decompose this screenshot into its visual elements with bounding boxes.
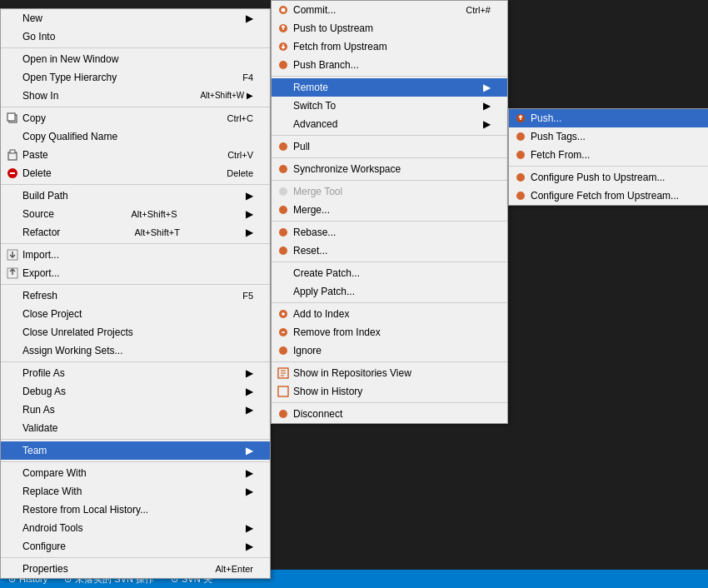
arrow-icon: ▶ <box>237 540 253 553</box>
team-menu-item-remove-index[interactable]: Remove from Index <box>272 323 507 341</box>
copy-qualified-icon <box>6 130 19 143</box>
push-branch-icon <box>277 58 290 72</box>
arrow-icon: ▶ <box>237 226 253 239</box>
menu-item-open-new-window[interactable]: Open in New Window <box>1 50 270 68</box>
team-menu-item-show-repos-view[interactable]: Show in Repositories View <box>272 364 507 382</box>
arrow-icon: ▶ <box>237 366 253 380</box>
team-menu-item-apply-patch[interactable]: Apply Patch... <box>272 282 507 301</box>
import-icon <box>6 248 19 262</box>
team-menu-item-push-branch[interactable]: Push Branch... <box>272 56 507 74</box>
team-menu-item-commit[interactable]: Commit... Ctrl+# <box>272 1 507 19</box>
svg-rect-1 <box>7 113 15 121</box>
menu-item-copy[interactable]: Copy Ctrl+C <box>1 109 270 127</box>
advanced-icon <box>277 117 290 131</box>
menu-item-validate[interactable]: Validate <box>1 419 270 437</box>
open-type-hierarchy-icon <box>6 71 19 84</box>
team-menu-item-rebase[interactable]: Rebase... <box>272 223 507 242</box>
disconnect-icon <box>277 407 290 421</box>
team-sep-6 <box>272 262 507 262</box>
merge-icon <box>277 203 290 217</box>
commit-icon <box>277 3 290 17</box>
team-menu-item-pull[interactable]: Pull <box>272 137 507 156</box>
separator-3 <box>1 184 270 185</box>
team-menu-item-sync[interactable]: Synchronize Workspace <box>272 160 507 178</box>
team-sep-3 <box>272 157 507 158</box>
remote-submenu: Push... Push Tags... Fetch From... Confi… <box>508 108 708 206</box>
menu-item-import[interactable]: Import... <box>1 246 270 264</box>
separator-7 <box>1 439 270 440</box>
svg-point-20 <box>279 206 287 214</box>
team-menu-item-merge[interactable]: Merge... <box>272 201 507 219</box>
menu-item-refactor[interactable]: Refactor Alt+Shift+T ▶ <box>1 223 270 242</box>
merge-tool-icon <box>277 185 290 198</box>
menu-item-show-in[interactable]: Show In Alt+Shift+W ▶ <box>1 87 270 105</box>
menu-item-team[interactable]: Team ▶ <box>1 441 270 460</box>
menu-item-delete[interactable]: Delete Delete <box>1 164 270 182</box>
menu-item-replace-with[interactable]: Replace With ▶ <box>1 482 270 501</box>
menu-item-assign-working-sets[interactable]: Assign Working Sets... <box>1 341 270 360</box>
menu-item-refresh[interactable]: Refresh F5 <box>1 287 270 305</box>
remote-menu-item-configure-push[interactable]: Configure Push to Upstream... <box>509 168 708 187</box>
team-menu-item-create-patch[interactable]: Create Patch... <box>272 264 507 282</box>
team-menu-item-remote[interactable]: Remote ▶ <box>272 78 507 97</box>
fetch-upstream-icon <box>277 40 290 53</box>
separator-6 <box>1 361 270 362</box>
add-index-icon <box>277 307 290 321</box>
configure-push-icon <box>514 171 527 184</box>
menu-item-restore-history[interactable]: Restore from Local History... <box>1 501 270 519</box>
apply-patch-icon <box>277 285 290 298</box>
team-menu-item-reset[interactable]: Reset... <box>272 242 507 260</box>
svg-point-19 <box>279 187 287 196</box>
menu-item-run-as[interactable]: Run As ▶ <box>1 401 270 419</box>
remote-menu-item-fetch-from[interactable]: Fetch From... <box>509 146 708 164</box>
menu-item-open-type-hierarchy[interactable]: Open Type Hierarchy F4 <box>1 68 270 87</box>
menu-item-profile-as[interactable]: Profile As ▶ <box>1 364 270 382</box>
rebase-icon <box>277 226 290 239</box>
menu-item-source[interactable]: Source Alt+Shift+S ▶ <box>1 205 270 223</box>
team-menu-item-switch-to[interactable]: Switch To ▶ <box>272 97 507 115</box>
menu-item-paste[interactable]: Paste Ctrl+V <box>1 146 270 164</box>
team-menu-item-push-upstream[interactable]: Push to Upstream <box>272 19 507 37</box>
menu-item-new[interactable]: New ▶ <box>1 9 270 27</box>
team-menu-item-fetch-upstream[interactable]: Fetch from Upstream <box>272 37 507 56</box>
show-repos-view-icon <box>277 366 290 380</box>
delete-icon <box>6 167 19 180</box>
arrow-icon: ▶ <box>475 117 491 131</box>
svg-point-16 <box>279 61 287 69</box>
team-menu-item-ignore[interactable]: Ignore <box>272 341 507 360</box>
remote-menu-item-push-tags[interactable]: Push Tags... <box>509 127 708 146</box>
assign-working-sets-icon <box>6 344 19 357</box>
team-menu-item-add-index[interactable]: Add to Index <box>272 305 507 323</box>
team-menu-item-merge-tool: Merge Tool <box>272 182 507 201</box>
arrow-icon: ▶ <box>237 466 253 480</box>
menu-item-go-into[interactable]: Go Into <box>1 27 270 46</box>
separator-8 <box>1 461 270 462</box>
menu-item-debug-as[interactable]: Debug As ▶ <box>1 382 270 401</box>
remote-menu-item-configure-fetch[interactable]: Configure Fetch from Upstream... <box>509 187 708 205</box>
menu-item-copy-qualified[interactable]: Copy Qualified Name <box>1 127 270 146</box>
team-sep-4 <box>272 180 507 181</box>
configure-fetch-icon <box>514 189 527 202</box>
team-menu-item-show-history[interactable]: Show in History <box>272 382 507 401</box>
menu-item-build-path[interactable]: Build Path ▶ <box>1 187 270 205</box>
team-menu-item-disconnect[interactable]: Disconnect <box>272 405 507 423</box>
menu-item-close-project[interactable]: Close Project <box>1 305 270 323</box>
arrow-icon: ▶ <box>237 12 253 25</box>
remote-menu-item-push[interactable]: Push... <box>509 109 708 127</box>
primary-context-menu: New ▶ Go Into Open in New Window Open Ty… <box>0 8 271 579</box>
team-sep-9 <box>272 402 507 403</box>
refresh-icon <box>6 289 19 302</box>
menu-item-android-tools[interactable]: Android Tools ▶ <box>1 519 270 537</box>
show-in-icon <box>6 89 19 102</box>
menu-item-properties[interactable]: Properties Alt+Enter <box>1 560 270 578</box>
profile-as-icon <box>6 366 19 380</box>
svg-point-28 <box>279 346 287 355</box>
android-tools-icon <box>6 521 19 535</box>
menu-item-configure[interactable]: Configure ▶ <box>1 537 270 556</box>
menu-item-compare-with[interactable]: Compare With ▶ <box>1 464 270 482</box>
team-menu-item-advanced[interactable]: Advanced ▶ <box>272 115 507 133</box>
svg-point-40 <box>516 192 525 200</box>
menu-item-close-unrelated[interactable]: Close Unrelated Projects <box>1 323 270 341</box>
menu-item-export[interactable]: Export... <box>1 264 270 282</box>
team-sep-2 <box>272 135 507 136</box>
